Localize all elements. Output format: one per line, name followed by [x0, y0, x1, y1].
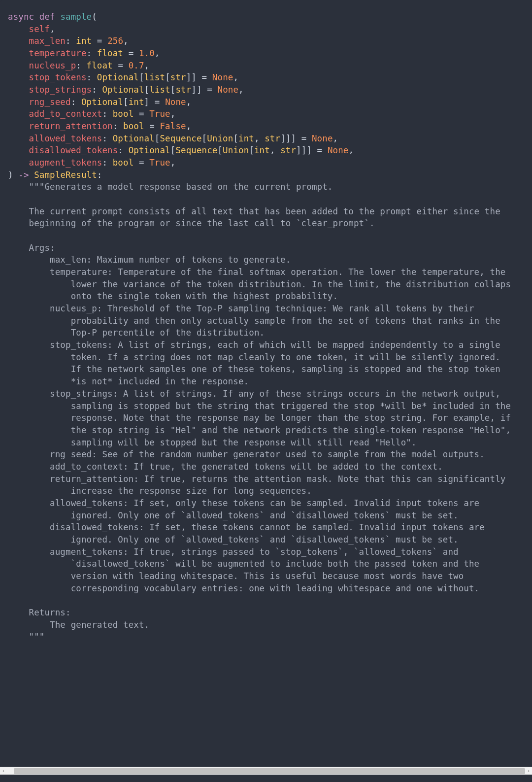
docstring-returns-header: Returns: — [8, 608, 71, 617]
paren-open: ( — [92, 12, 97, 22]
return-type: SampleResult — [34, 170, 97, 180]
param-self: self — [29, 24, 50, 34]
docstring-open: """Generates a model response based on t… — [29, 182, 333, 192]
kw-def: def — [39, 12, 55, 22]
param-max-len: max_len — [29, 36, 66, 46]
docstring-args-header: Args: — [8, 243, 55, 253]
scrollbar-thumb[interactable] — [14, 768, 525, 774]
param-temperature: temperature — [29, 48, 87, 58]
param-add-to-context: add_to_context — [29, 109, 102, 119]
param-stop-strings: stop_strings — [29, 85, 92, 95]
horizontal-scrollbar[interactable]: ‹ › — [0, 767, 532, 775]
fn-name: sample — [60, 12, 92, 22]
docstring-close: """ — [8, 632, 44, 642]
param-disallowed-tokens: disallowed_tokens — [29, 145, 118, 155]
code-block: async def sample( self, max_len: int = 2… — [0, 0, 532, 767]
param-allowed-tokens: allowed_tokens — [29, 134, 102, 143]
param-stop-tokens: stop_tokens — [29, 72, 87, 82]
scroll-arrow-left-icon[interactable]: ‹ — [0, 768, 7, 775]
param-return-attention: return_attention — [29, 121, 113, 131]
param-rng-seed: rng_seed — [29, 97, 71, 107]
scroll-arrow-right-icon[interactable]: › — [525, 768, 532, 775]
param-nucleus-p: nucleus_p — [29, 61, 76, 70]
param-augment-tokens: augment_tokens — [29, 158, 102, 168]
kw-async: async — [8, 12, 34, 22]
